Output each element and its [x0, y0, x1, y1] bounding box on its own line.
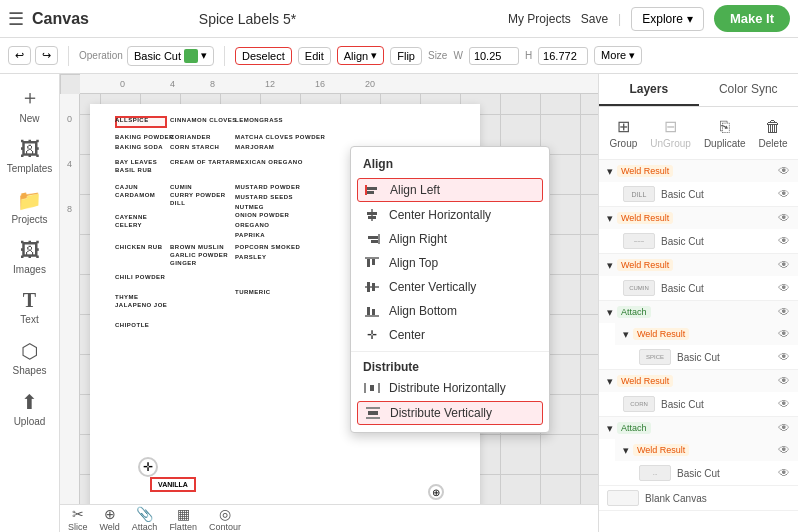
- label-curry-powder: CURRY POWDER: [170, 192, 226, 198]
- group-button[interactable]: ⊞ Group: [606, 113, 642, 153]
- canvas-area[interactable]: 0 4 8 12 16 20 0 4 8 ALLSPICE CINNAMON C…: [60, 74, 598, 532]
- align-left-item[interactable]: Align Left: [357, 178, 543, 202]
- slice-action[interactable]: ✂ Slice: [68, 506, 88, 532]
- center-vertically-item[interactable]: Center Vertically: [351, 275, 549, 299]
- visibility-toggle-6[interactable]: 👁: [778, 421, 790, 435]
- templates-icon: 🖼: [20, 138, 40, 161]
- label-cumin: CUMIN: [170, 184, 192, 190]
- weld-result-1-header[interactable]: ▾ Weld Result 👁: [599, 160, 798, 182]
- corner-handle[interactable]: ⊕: [428, 484, 444, 500]
- make-it-button[interactable]: Make It: [714, 5, 790, 32]
- distribute-vertically-icon: [364, 406, 382, 420]
- delete-button[interactable]: 🗑 Delete: [755, 114, 792, 153]
- sidebar-item-templates[interactable]: 🖼 Templates: [0, 132, 59, 180]
- item-visibility-1[interactable]: 👁: [778, 187, 790, 201]
- distribute-vertically-item[interactable]: Distribute Vertically: [357, 401, 543, 425]
- tab-color-sync[interactable]: Color Sync: [699, 74, 799, 106]
- visibility-toggle-4[interactable]: 👁: [778, 305, 790, 319]
- redo-button[interactable]: ↪: [35, 46, 58, 65]
- sidebar-item-upload[interactable]: ⬆ Upload: [0, 384, 59, 433]
- deselect-button[interactable]: Deselect: [235, 47, 292, 65]
- layer-item-1[interactable]: DILL Basic Cut 👁: [615, 182, 798, 206]
- sidebar-item-new[interactable]: ＋ New: [0, 78, 59, 130]
- center-horizontally-item[interactable]: Center Horizontally: [351, 203, 549, 227]
- my-projects-button[interactable]: My Projects: [508, 12, 571, 26]
- group-icon: ⊞: [617, 117, 630, 136]
- blank-canvas-item[interactable]: Blank Canvas: [599, 486, 798, 510]
- layer-item-4a[interactable]: SPICE Basic Cut 👁: [631, 345, 798, 369]
- sidebar-item-text[interactable]: T Text: [0, 283, 59, 331]
- layer-item-2[interactable]: ~~~ Basic Cut 👁: [615, 229, 798, 253]
- width-input[interactable]: [469, 47, 519, 65]
- project-title: Spice Labels 5*: [199, 11, 296, 27]
- move-handle[interactable]: ✛: [138, 457, 158, 477]
- height-input[interactable]: [538, 47, 588, 65]
- layer-thumb-2: ~~~: [623, 233, 655, 249]
- contour-action[interactable]: ◎ Contour: [209, 506, 241, 532]
- attach-action[interactable]: 📎 Attach: [132, 506, 158, 532]
- weld-result-2-header[interactable]: ▾ Weld Result 👁: [599, 207, 798, 229]
- attach-1-header[interactable]: ▾ Attach 👁: [599, 301, 798, 323]
- duplicate-button[interactable]: ⎘ Duplicate: [700, 114, 750, 153]
- weld-result-5-header[interactable]: ▾ Weld Result 👁: [599, 370, 798, 392]
- weld-result-3-header[interactable]: ▾ Weld Result 👁: [599, 254, 798, 276]
- item-visibility-4a[interactable]: 👁: [778, 350, 790, 364]
- label-onion-powder: ONION POWDER: [235, 212, 289, 218]
- align-bottom-item[interactable]: Align Bottom: [351, 299, 549, 323]
- visibility-toggle-2[interactable]: 👁: [778, 211, 790, 225]
- weld-action[interactable]: ⊕ Weld: [100, 506, 120, 532]
- svg-rect-9: [365, 257, 379, 259]
- sidebar-item-projects[interactable]: 📁 Projects: [0, 182, 59, 231]
- chevron-down-icon: ▾: [607, 165, 613, 178]
- layer-group-6: ▾ Attach 👁 ▾ Weld Result 👁 ...: [599, 417, 798, 486]
- layer-item-3[interactable]: CUMIN Basic Cut 👁: [615, 276, 798, 300]
- label-chicken-rub: CHICKEN RUB: [115, 244, 163, 250]
- align-right-item[interactable]: Align Right: [351, 227, 549, 251]
- canvas-bottom-bar: ✂ Slice ⊕ Weld 📎 Attach ▦ Flatten ◎ C: [60, 504, 598, 532]
- chevron-down-icon: ▾: [687, 12, 693, 26]
- visibility-toggle-1[interactable]: 👁: [778, 164, 790, 178]
- explore-button[interactable]: Explore ▾: [631, 7, 704, 31]
- chevron-down-icon: ▾: [623, 328, 629, 341]
- visibility-toggle-3[interactable]: 👁: [778, 258, 790, 272]
- layer-item-5[interactable]: CORN Basic Cut 👁: [615, 392, 798, 416]
- operation-select[interactable]: Basic Cut ▾: [127, 46, 214, 66]
- visibility-toggle-4a[interactable]: 👁: [778, 327, 790, 341]
- selected-item-label: VANILLA: [150, 477, 196, 492]
- layer-group-blank: Blank Canvas: [599, 486, 798, 511]
- menu-icon[interactable]: ☰: [8, 8, 24, 30]
- item-visibility-5[interactable]: 👁: [778, 397, 790, 411]
- align-top-item[interactable]: Align Top: [351, 251, 549, 275]
- layer-item-6a[interactable]: ... Basic Cut 👁: [631, 461, 798, 485]
- main-layout: ＋ New 🖼 Templates 📁 Projects 🖼 Images T …: [0, 74, 798, 532]
- sidebar-item-images[interactable]: 🖼 Images: [0, 233, 59, 281]
- visibility-toggle-6a[interactable]: 👁: [778, 443, 790, 457]
- weld-result-4a-header[interactable]: ▾ Weld Result 👁: [615, 323, 798, 345]
- weld-result-6a-header[interactable]: ▾ Weld Result 👁: [615, 439, 798, 461]
- attach-2-header[interactable]: ▾ Attach 👁: [599, 417, 798, 439]
- tab-layers[interactable]: Layers: [599, 74, 699, 106]
- distribute-horizontally-item[interactable]: Distribute Horizontally: [351, 376, 549, 400]
- more-button[interactable]: More ▾: [594, 46, 642, 65]
- visibility-toggle-5[interactable]: 👁: [778, 374, 790, 388]
- label-baking-soda: BAKING SODA: [115, 144, 163, 150]
- save-button[interactable]: Save: [581, 12, 608, 26]
- item-visibility-3[interactable]: 👁: [778, 281, 790, 295]
- ungroup-button[interactable]: ⊟ UnGroup: [646, 113, 695, 153]
- item-visibility-6a[interactable]: 👁: [778, 466, 790, 480]
- sidebar-item-shapes[interactable]: ⬡ Shapes: [0, 333, 59, 382]
- layer-thumb-5: CORN: [623, 396, 655, 412]
- flip-button[interactable]: Flip: [390, 47, 422, 65]
- undo-button[interactable]: ↩: [8, 46, 31, 65]
- item-visibility-2[interactable]: 👁: [778, 234, 790, 248]
- flatten-action[interactable]: ▦ Flatten: [169, 506, 197, 532]
- shapes-icon: ⬡: [21, 339, 38, 363]
- svg-rect-23: [368, 411, 378, 415]
- align-button[interactable]: Align ▾: [337, 46, 384, 65]
- duplicate-icon: ⎘: [720, 118, 730, 136]
- attach-icon: 📎: [136, 506, 153, 522]
- ruler-vertical: 0 4 8: [60, 94, 80, 532]
- center-icon: ✛: [363, 328, 381, 342]
- center-item[interactable]: ✛ Center: [351, 323, 549, 347]
- edit-button[interactable]: Edit: [298, 47, 331, 65]
